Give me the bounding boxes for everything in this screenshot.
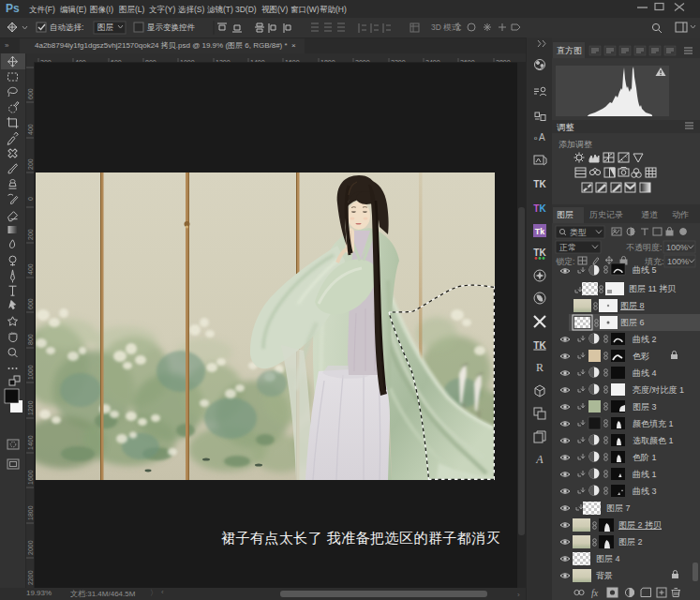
svg-text:A: A <box>539 132 545 142</box>
svg-text:o: o <box>534 135 538 141</box>
svg-text:类型: 类型 <box>570 228 587 237</box>
svg-text:2000: 2000 <box>355 59 370 63</box>
svg-text:600: 600 <box>27 298 34 309</box>
svg-text:图层 8: 图层 8 <box>620 301 645 310</box>
svg-text:曲线 1: 曲线 1 <box>633 470 657 479</box>
svg-text:2400: 2400 <box>425 59 440 63</box>
svg-text:添加调整: 添加调整 <box>559 140 592 149</box>
svg-text:不透明度:: 不透明度: <box>626 243 663 252</box>
svg-text:调整: 调整 <box>557 122 574 132</box>
svg-text:曲线 5: 曲线 5 <box>633 265 657 275</box>
svg-text:图层 11 拷贝: 图层 11 拷贝 <box>629 284 676 293</box>
svg-text:200: 200 <box>27 229 34 240</box>
svg-text:图层 2: 图层 2 <box>618 537 643 547</box>
svg-text:色彩: 色彩 <box>633 352 649 361</box>
svg-text:1600: 1600 <box>285 59 300 63</box>
svg-text:800: 800 <box>27 334 34 345</box>
svg-text:背景: 背景 <box>596 571 613 580</box>
svg-text:锁定:: 锁定: <box>556 257 575 266</box>
svg-text:正常: 正常 <box>559 243 576 252</box>
svg-text:2200: 2200 <box>391 59 406 63</box>
svg-text:100%: 100% <box>667 257 689 266</box>
svg-text:1800: 1800 <box>320 59 335 63</box>
svg-text:图层 3: 图层 3 <box>633 402 657 412</box>
svg-text:A: A <box>535 453 544 466</box>
svg-text:400: 400 <box>75 59 86 63</box>
svg-text:TK: TK <box>533 340 546 351</box>
svg-text:1600: 1600 <box>27 470 34 485</box>
svg-text:直方图: 直方图 <box>557 46 582 55</box>
svg-text:1000: 1000 <box>180 59 195 63</box>
svg-text:2800: 2800 <box>496 59 511 63</box>
svg-text:亮度/对比度 1: 亮度/对比度 1 <box>633 385 684 395</box>
svg-text:TK: TK <box>533 248 546 258</box>
svg-text:200: 200 <box>40 59 52 63</box>
svg-text:颜色填充 1: 颜色填充 1 <box>633 419 674 428</box>
svg-text:400: 400 <box>27 263 34 275</box>
svg-text:2600: 2600 <box>460 59 475 63</box>
svg-text:曲线 2: 曲线 2 <box>633 335 657 344</box>
svg-text:1200: 1200 <box>216 59 231 63</box>
svg-text:600: 600 <box>111 59 122 63</box>
svg-text:600: 600 <box>27 88 34 99</box>
svg-text:1200: 1200 <box>27 400 34 415</box>
svg-text:图层: 图层 <box>557 210 573 219</box>
svg-text:200: 200 <box>27 158 34 170</box>
svg-text:2000: 2000 <box>27 540 34 555</box>
svg-text:图层 2 拷贝: 图层 2 拷贝 <box>618 520 662 530</box>
svg-text:TK: TK <box>533 179 546 189</box>
svg-text:1800: 1800 <box>27 505 34 520</box>
svg-text:400: 400 <box>27 124 34 135</box>
svg-text:历史记录: 历史记录 <box>589 210 623 219</box>
svg-text:选取颜色 1: 选取颜色 1 <box>633 436 674 445</box>
svg-text:1400: 1400 <box>27 435 34 450</box>
svg-text:TK: TK <box>533 203 546 214</box>
svg-text:100%: 100% <box>666 243 688 252</box>
svg-text:Tk: Tk <box>535 227 545 236</box>
svg-text:0: 0 <box>27 197 34 201</box>
svg-text:1400: 1400 <box>250 59 265 63</box>
svg-text:动作: 动作 <box>672 210 689 219</box>
svg-text:通道: 通道 <box>641 210 658 219</box>
svg-text:曲线 3: 曲线 3 <box>633 487 657 496</box>
svg-text:fx: fx <box>591 588 599 598</box>
svg-text:色阶 1: 色阶 1 <box>633 453 657 462</box>
svg-text:R: R <box>536 361 544 374</box>
svg-text:曲线 4: 曲线 4 <box>633 368 657 378</box>
svg-text:图层 7: 图层 7 <box>606 503 631 513</box>
svg-text:图层 4: 图层 4 <box>596 554 620 563</box>
svg-text:2200: 2200 <box>27 570 34 585</box>
svg-text:1000: 1000 <box>27 365 34 380</box>
svg-text:800: 800 <box>145 59 156 63</box>
svg-text:图层 6: 图层 6 <box>620 318 645 327</box>
